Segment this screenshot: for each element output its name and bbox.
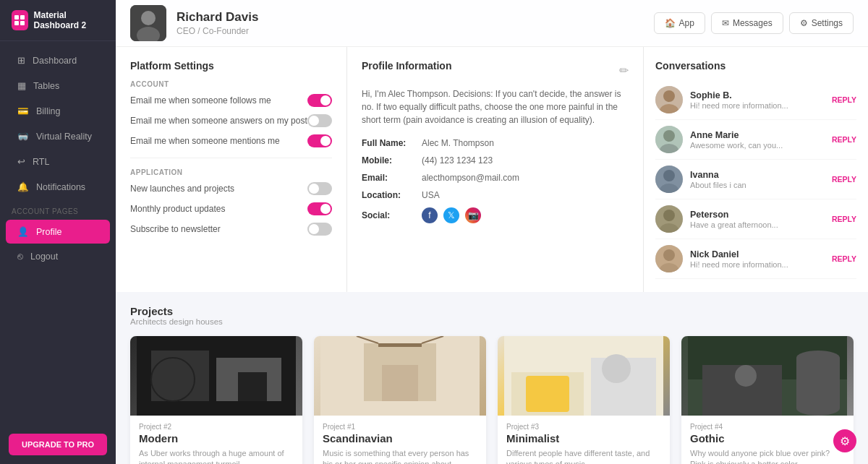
main-content: Richard Davis CEO / Co-Founder 🏠 App ✉ M… xyxy=(116,0,868,464)
svg-rect-0 xyxy=(14,15,19,20)
project-number-3: Project #4 xyxy=(690,423,845,431)
convo-reply-0[interactable]: REPLY xyxy=(832,95,856,104)
convo-reply-1[interactable]: REPLY xyxy=(832,135,856,144)
toggle-label-2: Email me when someone mentions me xyxy=(130,136,280,146)
dashboard-icon: ⊞ xyxy=(17,55,25,66)
project-desc-2: Different people have different taste, a… xyxy=(506,448,661,464)
app-toggle-0[interactable] xyxy=(307,182,332,195)
sidebar-item-vr[interactable]: 🥽 Virtual Reality xyxy=(6,124,110,148)
profile-info-title: Profile Information xyxy=(362,60,451,72)
location-value: USA xyxy=(422,190,440,200)
convo-item-3: Peterson Have a great afternoon... REPLY xyxy=(655,199,856,239)
svg-rect-52 xyxy=(796,351,840,416)
svg-point-45 xyxy=(602,354,631,383)
convo-item-4: Nick Daniel Hi! need more information...… xyxy=(655,239,856,279)
convo-msg-1: Awesome work, can you... xyxy=(690,141,825,150)
sidebar-label-tables: Tables xyxy=(33,81,59,91)
profile-icon: 👤 xyxy=(17,226,29,237)
projects-section: Projects Architects design houses Projec… xyxy=(116,292,868,464)
project-body-1: Project #1 Scandinavian Music is somethi… xyxy=(314,416,486,464)
profile-info-panel: Profile Information ✏ Hi, I'm Alec Thomp… xyxy=(347,47,644,292)
toggle-0[interactable] xyxy=(307,94,332,107)
projects-subtitle: Architects design houses xyxy=(130,317,854,326)
sidebar-label-rtl: RTL xyxy=(33,157,49,167)
tables-icon: ▦ xyxy=(17,80,26,91)
project-body-3: Project #4 Gothic Why would anyone pick … xyxy=(681,416,854,464)
svg-point-20 xyxy=(663,249,675,261)
sidebar-item-tables[interactable]: ▦ Tables xyxy=(6,74,110,98)
svg-rect-33 xyxy=(378,343,422,347)
convo-msg-4: Hi! need more information... xyxy=(690,260,825,269)
profile-info-header: Profile Information ✏ xyxy=(362,60,629,80)
sidebar-item-dashboard[interactable]: ⊞ Dashboard xyxy=(6,48,110,72)
messages-button[interactable]: ✉ Messages xyxy=(711,12,783,34)
svg-point-54 xyxy=(735,365,757,387)
toggle-label-1: Email me when someone answers on my post xyxy=(130,116,307,126)
sidebar-item-billing[interactable]: 💳 Billing xyxy=(6,99,110,123)
convo-msg-0: Hi! need more information... xyxy=(690,101,825,110)
sidebar-logo: Material Dashboard 2 xyxy=(0,0,116,41)
convo-content-1: Anne Marie Awesome work, can you... xyxy=(690,130,825,150)
application-label: APPLICATION xyxy=(130,168,332,176)
email-value: alecthompson@mail.com xyxy=(422,173,519,183)
project-card-3: Project #4 Gothic Why would anyone pick … xyxy=(681,336,854,464)
project-name-3: Gothic xyxy=(690,432,845,444)
app-button-label: App xyxy=(679,18,694,28)
project-img-2 xyxy=(498,336,670,416)
convo-reply-2[interactable]: REPLY xyxy=(832,175,856,184)
svg-point-14 xyxy=(663,170,675,181)
project-name-1: Scandinavian xyxy=(323,432,477,444)
conversations-panel: Conversations Sophie B. Hi! need more in… xyxy=(644,47,868,292)
info-row-mobile: Mobile: (44) 123 1234 123 xyxy=(362,155,629,166)
info-row-location: Location: USA xyxy=(362,190,629,200)
convo-reply-4[interactable]: REPLY xyxy=(832,254,856,263)
app-toggle-row-1: Monthly product updates xyxy=(130,202,332,215)
project-img-0 xyxy=(130,336,302,416)
sidebar-item-notifications[interactable]: 🔔 Notifications xyxy=(6,175,110,199)
app-button[interactable]: 🏠 App xyxy=(654,12,705,34)
convo-reply-3[interactable]: REPLY xyxy=(832,215,856,223)
edit-profile-icon[interactable]: ✏ xyxy=(619,64,629,77)
logout-icon: ⎋ xyxy=(17,252,23,262)
message-icon: ✉ xyxy=(722,18,729,28)
settings-icon: ⚙ xyxy=(800,18,808,28)
svg-point-11 xyxy=(663,130,675,142)
sidebar-nav: ⊞ Dashboard ▦ Tables 💳 Billing 🥽 Virtual… xyxy=(0,41,116,425)
app-toggle-label-2: Subscribe to newsletter xyxy=(130,224,221,234)
topbar-name: Richard Davis xyxy=(176,10,258,25)
convo-name-0: Sophie B. xyxy=(690,90,825,100)
project-body-0: Project #2 Modern As Uber works through … xyxy=(130,416,302,464)
app-toggle-1[interactable] xyxy=(307,202,332,215)
instagram-icon[interactable]: 📷 xyxy=(465,207,481,223)
sidebar: Material Dashboard 2 ⊞ Dashboard ▦ Table… xyxy=(0,0,116,464)
settings-button[interactable]: ⚙ Settings xyxy=(789,12,854,34)
toggle-2[interactable] xyxy=(307,134,332,147)
sidebar-item-rtl[interactable]: ↩ RTL xyxy=(6,150,110,173)
convo-name-1: Anne Marie xyxy=(690,130,825,140)
svg-point-17 xyxy=(663,210,675,221)
sidebar-item-logout[interactable]: ⎋ Logout xyxy=(6,245,110,268)
facebook-icon[interactable]: f xyxy=(422,207,438,223)
convo-avatar-1 xyxy=(655,126,683,153)
app-toggle-2[interactable] xyxy=(307,223,332,236)
sidebar-item-profile[interactable]: 👤 Profile xyxy=(6,220,110,244)
topbar-user-info: Richard Davis CEO / Co-Founder xyxy=(176,10,258,36)
project-card-0: Project #2 Modern As Uber works through … xyxy=(130,336,302,464)
toggle-1[interactable] xyxy=(307,114,332,127)
full-name-value: Alec M. Thompson xyxy=(422,138,494,148)
convo-content-3: Peterson Have a great afternoon... xyxy=(690,210,825,229)
settings-button-label: Settings xyxy=(812,18,843,28)
svg-point-8 xyxy=(663,90,675,102)
svg-rect-3 xyxy=(20,21,25,25)
full-name-label: Full Name: xyxy=(362,138,416,148)
bottom-gear-icon[interactable]: ⚙ xyxy=(833,429,856,452)
billing-icon: 💳 xyxy=(17,106,29,116)
twitter-icon[interactable]: 𝕏 xyxy=(443,207,459,223)
svg-rect-23 xyxy=(151,351,209,401)
topbar-role: CEO / Co-Founder xyxy=(176,26,258,36)
info-row-email: Email: alecthompson@mail.com xyxy=(362,173,629,183)
divider-1 xyxy=(130,158,332,158)
upgrade-button[interactable]: UPGRADE TO PRO xyxy=(9,434,107,455)
info-row-social: Social: f 𝕏 📷 xyxy=(362,207,629,223)
projects-grid: Project #2 Modern As Uber works through … xyxy=(130,336,854,464)
